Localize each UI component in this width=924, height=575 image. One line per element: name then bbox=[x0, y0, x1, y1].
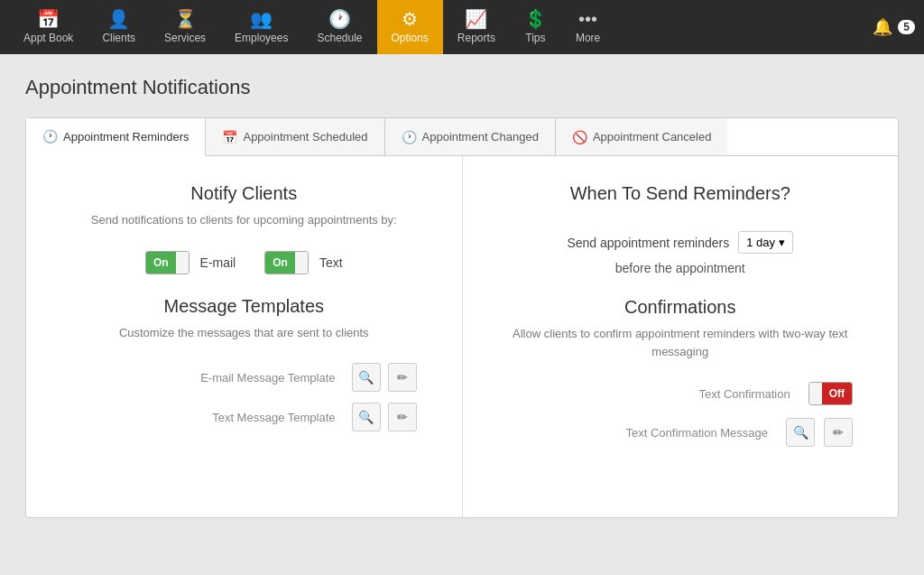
tab-reminders-icon: 🕐 bbox=[42, 129, 58, 144]
tabs-header: 🕐 Appointment Reminders 📅 Appointment Sc… bbox=[26, 118, 898, 156]
tab-reminders[interactable]: 🕐 Appointment Reminders bbox=[26, 118, 206, 156]
text-label: Text bbox=[319, 255, 343, 270]
notify-clients-title: Notify Clients bbox=[62, 183, 426, 204]
tab-canceled[interactable]: 🚫 Appointment Canceled bbox=[556, 118, 728, 155]
tab-scheduled[interactable]: 📅 Appointment Scheduled bbox=[206, 118, 384, 155]
nav-reports[interactable]: 📈 Reports bbox=[443, 0, 510, 54]
text-confirmation-message-label: Text Confirmation Message bbox=[508, 426, 778, 440]
employees-icon: 👥 bbox=[250, 10, 273, 28]
tab-reminders-label: Appointment Reminders bbox=[63, 130, 189, 144]
email-template-label: E-mail Message Template bbox=[71, 371, 345, 385]
tab-scheduled-label: Appointment Scheduled bbox=[243, 130, 367, 144]
reports-icon: 📈 bbox=[465, 10, 487, 28]
notify-clients-subtitle: Send notifications to clients for upcomi… bbox=[62, 211, 426, 229]
page-title: Appointment Notifications bbox=[25, 76, 899, 99]
text-template-row: Text Message Template 🔍 ✏ bbox=[62, 403, 426, 431]
confirmation-message-search-button[interactable]: 🔍 bbox=[786, 418, 815, 447]
nav-employees[interactable]: 👥 Employees bbox=[220, 0, 302, 54]
email-label: E-mail bbox=[200, 255, 236, 270]
nav-tips-label: Tips bbox=[525, 32, 545, 44]
nav-reports-label: Reports bbox=[457, 32, 495, 44]
message-templates-subtitle: Customize the messages that are sent to … bbox=[62, 324, 426, 342]
tab-canceled-label: Appointment Canceled bbox=[593, 130, 712, 144]
email-template-row: E-mail Message Template 🔍 ✏ bbox=[62, 363, 426, 392]
text-template-label: Text Message Template bbox=[71, 411, 345, 424]
nav-options-label: Options bbox=[392, 32, 429, 44]
nav-clients-label: Clients bbox=[102, 32, 135, 44]
nav-services[interactable]: ⏳ Services bbox=[150, 0, 220, 54]
tab-scheduled-icon: 📅 bbox=[222, 130, 237, 144]
tab-changed-icon: 🕐 bbox=[402, 130, 417, 144]
before-appointment-text: before the appointment bbox=[499, 261, 863, 275]
notify-clients-section: Notify Clients Send notifications to cli… bbox=[62, 183, 426, 274]
services-icon: ⏳ bbox=[174, 10, 197, 28]
clients-icon: 👤 bbox=[107, 10, 130, 28]
navbar: 📅 Appt Book 👤 Clients ⏳ Services 👥 Emplo… bbox=[0, 0, 924, 54]
nav-appt-book-label: Appt Book bbox=[23, 32, 73, 44]
tabs-container: 🕐 Appointment Reminders 📅 Appointment Sc… bbox=[25, 117, 899, 518]
tab-canceled-icon: 🚫 bbox=[572, 130, 587, 144]
confirmations-title: Confirmations bbox=[499, 297, 863, 318]
more-icon: ••• bbox=[578, 10, 597, 28]
tab-changed[interactable]: 🕐 Appointment Changed bbox=[385, 118, 556, 155]
text-confirmation-label: Text Confirmation bbox=[508, 387, 799, 401]
text-confirmation-row: Text Confirmation Off bbox=[499, 382, 863, 405]
text-toggle-off-side bbox=[295, 252, 308, 274]
nav-schedule[interactable]: 🕐 Schedule bbox=[302, 0, 376, 54]
text-toggle-on-label: On bbox=[265, 252, 295, 274]
tips-icon: 💲 bbox=[524, 10, 547, 28]
chevron-down-icon: ▾ bbox=[779, 236, 785, 249]
left-panel: Notify Clients Send notifications to cli… bbox=[26, 156, 463, 517]
email-toggle-on-label: On bbox=[146, 252, 176, 274]
confirmation-toggle-off-label: Off bbox=[822, 383, 852, 404]
nav-more-label: More bbox=[576, 32, 600, 44]
send-appointment-reminders-label: Send appointment reminders bbox=[567, 236, 729, 250]
text-confirmation-toggle[interactable]: Off bbox=[808, 382, 853, 405]
nav-clients[interactable]: 👤 Clients bbox=[88, 0, 150, 54]
appt-book-icon: 📅 bbox=[37, 10, 60, 28]
text-template-search-button[interactable]: 🔍 bbox=[352, 403, 381, 431]
confirmations-subtitle: Allow clients to confirm appointment rem… bbox=[499, 325, 863, 360]
options-icon: ⚙ bbox=[402, 10, 418, 28]
nav-employees-label: Employees bbox=[235, 32, 288, 44]
tab-changed-label: Appointment Changed bbox=[422, 130, 539, 144]
message-templates-section: Message Templates Customize the messages… bbox=[62, 296, 426, 432]
nav-services-label: Services bbox=[164, 32, 206, 44]
when-to-send-title: When To Send Reminders? bbox=[499, 183, 863, 204]
notification-badge: 5 bbox=[898, 20, 915, 34]
nav-schedule-label: Schedule bbox=[317, 32, 362, 44]
email-template-search-button[interactable]: 🔍 bbox=[352, 363, 381, 392]
tab-content: Notify Clients Send notifications to cli… bbox=[26, 156, 898, 517]
toggle-row: On E-mail On Text bbox=[62, 251, 426, 274]
nav-more[interactable]: ••• More bbox=[561, 0, 614, 54]
message-templates-title: Message Templates bbox=[62, 296, 426, 317]
dropdown-value: 1 day bbox=[746, 236, 775, 249]
reminder-time-dropdown[interactable]: 1 day ▾ bbox=[738, 231, 793, 254]
nav-options[interactable]: ⚙ Options bbox=[377, 0, 443, 54]
nav-items: 📅 Appt Book 👤 Clients ⏳ Services 👥 Emplo… bbox=[9, 0, 873, 54]
confirmation-toggle-on-side bbox=[809, 383, 822, 404]
nav-appt-book[interactable]: 📅 Appt Book bbox=[9, 0, 88, 54]
text-confirmation-message-row: Text Confirmation Message 🔍 ✏ bbox=[499, 418, 863, 447]
text-toggle[interactable]: On bbox=[264, 251, 309, 274]
schedule-icon: 🕐 bbox=[328, 10, 351, 28]
nav-tips[interactable]: 💲 Tips bbox=[510, 0, 561, 54]
confirmations-section: Confirmations Allow clients to confirm a… bbox=[499, 297, 863, 447]
right-panel: When To Send Reminders? Send appointment… bbox=[463, 156, 899, 517]
when-to-send-section: When To Send Reminders? Send appointment… bbox=[499, 183, 863, 275]
text-template-edit-button[interactable]: ✏ bbox=[388, 403, 417, 431]
email-template-edit-button[interactable]: ✏ bbox=[388, 363, 417, 392]
email-toggle[interactable]: On bbox=[145, 251, 189, 274]
page-content: Appointment Notifications 🕐 Appointment … bbox=[0, 54, 924, 540]
confirmation-message-edit-button[interactable]: ✏ bbox=[824, 418, 853, 447]
email-toggle-off-side bbox=[176, 252, 189, 274]
nav-right: 🔔 5 bbox=[873, 17, 915, 37]
send-row: Send appointment reminders 1 day ▾ bbox=[499, 231, 863, 254]
notification-bell-icon[interactable]: 🔔 bbox=[873, 17, 892, 37]
